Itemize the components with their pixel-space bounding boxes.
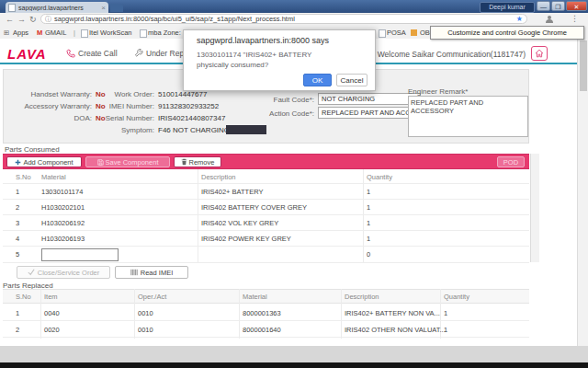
- fault-code-value: NOT CHARGING: [322, 95, 413, 103]
- accessory-warranty-label: Accessory Warranty:: [9, 102, 92, 110]
- col-description: Description: [345, 293, 379, 301]
- lava-logo: LAVA: [7, 46, 47, 62]
- apps-grid-icon[interactable]: ⊞: [4, 29, 9, 37]
- cell-oper: 0010: [138, 326, 153, 334]
- refresh-icon[interactable]: ↻: [29, 15, 37, 24]
- browser-scrollbar[interactable]: [577, 39, 588, 362]
- window-bottom-area: [0, 346, 588, 362]
- pod-label: POD: [503, 158, 518, 167]
- new-tab-button[interactable]: [110, 4, 123, 12]
- maximize-button[interactable]: ❐: [551, 1, 565, 11]
- action-code-select[interactable]: REPLACED PART AND ACCESSO ▾: [318, 107, 421, 119]
- cell-description: IRIS402 POWER KEY GREY: [201, 235, 291, 243]
- cell-item: 0020: [44, 326, 60, 334]
- doa-label: DOA:: [9, 114, 92, 122]
- serial-number-value: IRIS4021440807347: [158, 114, 225, 122]
- close-button[interactable]: ✕: [566, 1, 587, 11]
- cell-quantity: 1: [367, 203, 370, 212]
- cell-material: 8000001363: [243, 309, 281, 317]
- symptom-label: Symptom:: [92, 126, 154, 134]
- parts-consumed-toolbar: Add Component Save Component Remove POD: [3, 154, 529, 169]
- page-favicon: [81, 29, 88, 38]
- tab-title: sapgwprd.lavapartners: [18, 5, 99, 11]
- handset-warranty-label: Handset Warranty:: [9, 90, 92, 98]
- address-bar[interactable]: ⓘ sapgwprd.lavapartners.in:8000/sap/bc/u…: [40, 14, 527, 24]
- bookmark-apps[interactable]: Apps: [13, 29, 28, 37]
- cell-sno: 5: [16, 250, 19, 259]
- dialog-message-line2: physically consumed?: [197, 61, 268, 69]
- remove-button[interactable]: Remove: [174, 156, 221, 167]
- close-service-order-button: Close/Service Order: [17, 266, 110, 279]
- consumed-header-row: [3, 169, 529, 184]
- col-quantity: Quantity: [444, 293, 469, 301]
- add-icon: [15, 159, 21, 166]
- home-icon: [535, 49, 544, 58]
- engineer-remark-label: Engineer Remark*: [408, 87, 481, 96]
- imei-number-value: 911328302933252: [158, 102, 219, 110]
- phone-icon: [66, 49, 75, 58]
- col-oper: Oper./Act: [138, 293, 166, 301]
- work-order-value: 510014447677: [158, 90, 207, 98]
- col-sno: S.No: [16, 173, 31, 181]
- cell-material: 13030101174: [41, 188, 83, 196]
- page-favicon: [379, 29, 386, 38]
- obc-favicon: [411, 29, 417, 36]
- profile-badge[interactable]: Deepi kumar: [480, 2, 535, 13]
- cell-description: IRIS402+ BATTERY NON VA...: [345, 309, 440, 317]
- read-imei-label: Read IMEI: [141, 269, 173, 277]
- js-confirm-dialog: sapgwprd.lavapartners.in:8000 says 13030…: [183, 29, 376, 91]
- browser-tab[interactable]: sapgwprd.lavapartners ×: [6, 2, 108, 13]
- engineer-remark-textarea[interactable]: REPLACED PART AND ACCESSORY: [408, 96, 528, 137]
- site-info-icon[interactable]: ⓘ: [45, 15, 51, 24]
- bookmark-star-icon[interactable]: ★: [516, 15, 523, 23]
- add-component-label: Add Component: [23, 158, 73, 167]
- trash-icon: [181, 158, 187, 166]
- save-icon: [97, 159, 104, 166]
- create-call-label: Create Call: [78, 49, 118, 58]
- cell-sno: 1: [16, 309, 19, 317]
- col-sno: S.No: [16, 293, 31, 301]
- back-icon[interactable]: ←: [6, 15, 14, 24]
- cell-quantity: 1: [444, 309, 447, 317]
- page-favicon: [140, 29, 147, 38]
- cell-quantity: 1: [367, 235, 370, 243]
- home-button[interactable]: [531, 46, 548, 61]
- gmail-favicon: M: [37, 29, 42, 37]
- create-call-button[interactable]: Create Call: [66, 49, 118, 58]
- cell-quantity: 1: [367, 219, 370, 227]
- table-scrollbar[interactable]: [530, 154, 539, 262]
- cancel-button[interactable]: Cancel: [336, 74, 368, 86]
- minimize-button[interactable]: —: [537, 1, 550, 11]
- col-item: Item: [44, 293, 58, 301]
- action-code-label: Action Code*:: [248, 109, 314, 118]
- add-component-button[interactable]: Add Component: [6, 156, 82, 167]
- url-text[interactable]: sapgwprd.lavapartners.in:8000/sap/bc/ui5…: [54, 15, 516, 23]
- bottom-black-bar: [0, 362, 588, 368]
- welcome-text: Welcome Saikar Communication(1181747): [368, 50, 526, 59]
- scrollbar-thumb[interactable]: [580, 40, 587, 91]
- profile-avatar-icon[interactable]: [546, 16, 553, 23]
- cell-sno: 2: [16, 326, 19, 334]
- cell-quantity: 1: [444, 326, 447, 334]
- tab-close-icon[interactable]: ×: [101, 4, 106, 12]
- chrome-menu-tooltip: Customize and control Google Chrome: [430, 26, 584, 40]
- read-imei-button[interactable]: Read IMEI: [115, 266, 188, 279]
- bookmark-gmail[interactable]: GMAIL: [45, 29, 66, 37]
- bookmark-posa[interactable]: POSA: [387, 29, 406, 37]
- symptom-value: F46 NOT CHARGING: [158, 126, 230, 134]
- new-material-input[interactable]: [41, 248, 119, 261]
- chrome-menu-icon[interactable]: ⋮: [571, 14, 579, 23]
- cell-material: H1030206193: [41, 235, 85, 243]
- parts-consumed-title: Parts Consumed: [5, 145, 60, 154]
- fault-code-select[interactable]: NOT CHARGING ▾: [318, 93, 421, 105]
- check-icon: [28, 269, 35, 276]
- cell-material: H1030202101: [41, 203, 85, 212]
- imei-number-label: IMEI Number:: [92, 102, 154, 110]
- ok-button[interactable]: OK: [303, 74, 332, 86]
- serial-number-label: Serial Number:: [92, 114, 154, 122]
- wrench-icon: [134, 49, 143, 58]
- cell-sno: 1: [16, 188, 19, 196]
- bookmark-itel-workscan[interactable]: Itel WorkScan: [89, 29, 132, 37]
- forward-icon[interactable]: →: [17, 15, 26, 24]
- cell-quantity: 0: [367, 250, 370, 259]
